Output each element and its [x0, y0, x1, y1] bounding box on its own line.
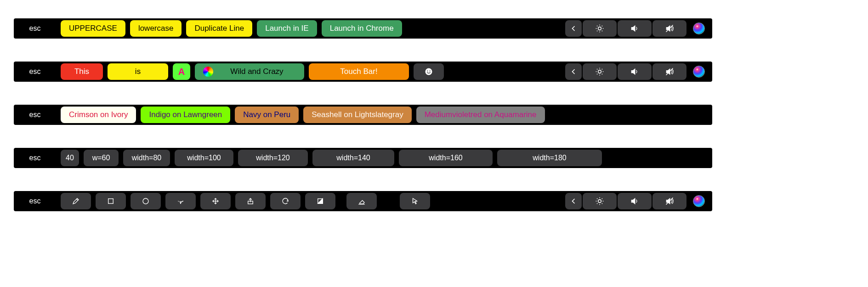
svg-line-21 [602, 74, 602, 74]
wild-crazy-label: Wild and Crazy [218, 67, 296, 76]
pencil-icon[interactable] [61, 193, 91, 209]
emoji-button[interactable] [414, 63, 444, 80]
mute-icon[interactable] [652, 63, 686, 80]
svg-point-12 [425, 68, 432, 75]
mediumvioletred-aquamarine-button[interactable]: Mediumvioletred on Aquamarine [416, 107, 545, 123]
system-controls [565, 193, 710, 209]
svg-point-15 [598, 70, 601, 73]
chevron-left-icon[interactable] [565, 20, 582, 37]
share-icon[interactable] [235, 193, 266, 209]
svg-line-20 [597, 69, 597, 69]
svg-line-6 [602, 31, 602, 31]
circle-icon[interactable] [130, 193, 161, 209]
move-icon[interactable] [200, 193, 231, 209]
svg-line-8 [602, 26, 602, 26]
is-button[interactable]: is [108, 63, 168, 80]
svg-marker-24 [631, 69, 635, 74]
siri-icon[interactable] [687, 193, 710, 209]
svg-line-40 [602, 203, 602, 204]
volume-icon[interactable] [618, 63, 652, 80]
wild-crazy-button[interactable]: Wild and Crazy [195, 63, 304, 80]
svg-line-5 [597, 26, 597, 26]
touchbar-button[interactable]: Touch Bar! [309, 63, 409, 80]
width-140-button[interactable]: width=140 [312, 150, 394, 166]
navy-peru-button[interactable]: Navy on Peru [235, 107, 299, 123]
launch-ie-button[interactable]: Launch in IE [257, 20, 317, 37]
color-wheel-icon [203, 67, 213, 77]
eraser-icon[interactable] [346, 193, 377, 209]
fan-icon[interactable] [165, 193, 196, 209]
system-controls [565, 63, 710, 80]
esc-key[interactable]: esc [16, 20, 54, 37]
width-80-button[interactable]: width=80 [123, 150, 170, 166]
svg-line-39 [597, 198, 597, 199]
lowercase-button[interactable]: lowercase [130, 20, 182, 37]
svg-line-41 [597, 203, 597, 204]
cursor-icon[interactable] [400, 193, 430, 209]
brightness-icon[interactable] [583, 63, 617, 80]
mute-icon[interactable] [652, 193, 686, 209]
width-160-button[interactable]: width=160 [399, 150, 493, 166]
svg-point-34 [598, 200, 601, 203]
svg-point-0 [598, 27, 601, 30]
svg-line-23 [602, 69, 602, 69]
mute-icon[interactable] [652, 20, 686, 37]
svg-line-42 [602, 198, 602, 199]
svg-point-14 [430, 70, 431, 71]
width-40-button[interactable]: 40 [61, 150, 79, 166]
siri-icon[interactable] [687, 63, 710, 80]
esc-key[interactable]: esc [16, 193, 54, 209]
svg-line-22 [597, 74, 597, 74]
touchbar-5: esc [14, 191, 712, 211]
touchbar-4: esc 40 w=60 width=80 width=100 width=120… [14, 148, 712, 168]
contrast-icon[interactable] [305, 193, 335, 209]
esc-key[interactable]: esc [16, 150, 54, 166]
svg-marker-9 [631, 26, 635, 31]
svg-line-7 [597, 31, 597, 31]
width-120-button[interactable]: width=120 [238, 150, 308, 166]
width-60-button[interactable]: w=60 [84, 150, 119, 166]
volume-icon[interactable] [618, 193, 652, 209]
svg-marker-43 [631, 198, 635, 204]
chevron-left-icon[interactable] [565, 63, 582, 80]
a-button[interactable]: A [173, 63, 190, 80]
crimson-ivory-button[interactable]: Crimson on Ivory [61, 107, 136, 123]
touchbar-2: esc This is A Wild and Crazy Touch Bar! [14, 62, 712, 82]
svg-point-13 [427, 70, 428, 71]
touchbar-3: esc Crimson on Ivory Indigo on Lawngreen… [14, 105, 712, 125]
esc-key[interactable]: esc [16, 63, 54, 80]
brightness-icon[interactable] [583, 20, 617, 37]
esc-key[interactable]: esc [16, 107, 54, 123]
system-controls [565, 20, 710, 37]
seashell-lightslategray-button[interactable]: Seashell on Lightslategray [303, 107, 411, 123]
square-icon[interactable] [96, 193, 126, 209]
svg-point-29 [143, 198, 148, 204]
volume-icon[interactable] [618, 20, 652, 37]
siri-icon[interactable] [687, 20, 710, 37]
uppercase-button[interactable]: UPPERCASE [61, 20, 125, 37]
width-180-button[interactable]: width=180 [497, 150, 602, 166]
launch-chrome-button[interactable]: Launch in Chrome [322, 20, 402, 37]
width-100-button[interactable]: width=100 [175, 150, 233, 166]
indigo-lawngreen-button[interactable]: Indigo on Lawngreen [141, 107, 230, 123]
brightness-icon[interactable] [583, 193, 617, 209]
duplicate-line-button[interactable]: Duplicate Line [186, 20, 252, 37]
touchbar-1: esc UPPERCASE lowercase Duplicate Line L… [14, 18, 712, 39]
chevron-left-icon[interactable] [565, 193, 582, 209]
this-button[interactable]: This [61, 63, 103, 80]
sync-icon[interactable] [270, 193, 301, 209]
svg-rect-28 [108, 199, 113, 204]
